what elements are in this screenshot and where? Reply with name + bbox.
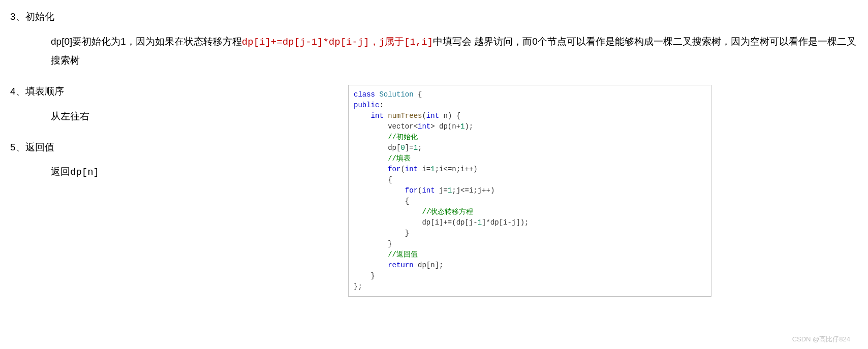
code-pad xyxy=(354,208,422,216)
code-text: dp[i]+=(dp[j- xyxy=(422,218,477,227)
section-3-paragraph: dp[0]要初始化为1，因为如果在状态转移方程dp[i]+=dp[j-1]*dp… xyxy=(51,33,863,70)
code-text: dp[ xyxy=(388,144,400,152)
para-text-formula: dp[i]+=dp[j-1]*dp[i-j]，j属于[1,i] xyxy=(242,37,433,48)
code-pad xyxy=(354,112,371,120)
code-text: > dp(n+ xyxy=(430,122,460,131)
code-colon: : xyxy=(379,101,383,109)
code-brace: { xyxy=(405,197,409,205)
code-brace: } xyxy=(388,240,392,248)
code-pad xyxy=(354,229,405,237)
section-3-heading: 3、初始化 xyxy=(10,10,863,23)
code-type: int xyxy=(426,112,439,120)
code-pad xyxy=(354,218,422,227)
code-brace: } xyxy=(405,229,409,237)
code-pad xyxy=(354,240,388,248)
watermark: CSDN @高比仔824 xyxy=(792,335,850,344)
code-text: vector< xyxy=(388,122,418,131)
code-text: }; xyxy=(354,282,362,291)
code-text: ]= xyxy=(405,144,414,152)
code-text: ; xyxy=(418,144,422,152)
code-text: n xyxy=(439,112,448,120)
code-pad xyxy=(354,186,405,195)
code-pad xyxy=(354,133,388,141)
code-text: ]*dp[i-j]); xyxy=(482,218,529,227)
code-type: int xyxy=(405,165,418,173)
code-text: j= xyxy=(435,186,448,195)
code-text: ) { xyxy=(448,112,460,120)
code-keyword: for xyxy=(388,165,400,173)
para-text-pre: dp[0]要初始化为1，因为如果在状态转移方程 xyxy=(51,36,242,47)
code-pad xyxy=(354,197,405,205)
code-comment: //状态转移方程 xyxy=(422,208,473,216)
code-keyword: class xyxy=(354,90,375,99)
code-text: dp[n]; xyxy=(414,261,444,269)
code-keyword: public xyxy=(354,101,379,109)
code-num: 1 xyxy=(430,165,435,173)
code-num: 1 xyxy=(478,218,482,227)
code-pad xyxy=(354,272,371,280)
code-pad xyxy=(354,250,388,259)
code-classname: Solution xyxy=(375,90,418,99)
code-num: 0 xyxy=(400,144,405,152)
code-text: ;i<=n;i++) xyxy=(435,165,478,173)
code-type: int xyxy=(422,186,435,195)
code-comment: //填表 xyxy=(388,154,411,163)
code-num: 1 xyxy=(414,144,418,152)
code-pad xyxy=(354,165,388,173)
code-comment: //初始化 xyxy=(388,133,418,141)
code-type: int xyxy=(418,122,430,131)
code-brace: { xyxy=(418,90,422,99)
code-text: ;j<=i;j++) xyxy=(452,186,494,195)
code-pad xyxy=(354,122,388,131)
code-comment: //返回值 xyxy=(388,250,418,259)
code-text: ( xyxy=(422,112,426,120)
code-text: i= xyxy=(418,165,430,173)
code-text: ( xyxy=(400,165,405,173)
code-pad xyxy=(354,154,388,163)
code-type: int xyxy=(371,112,384,120)
code-block: class Solution { public: int numTrees(in… xyxy=(348,85,711,297)
lower-content: 4、填表顺序 从左往右 5、返回值 返回dp[n] class Solution… xyxy=(10,85,863,181)
code-text: ); xyxy=(464,122,473,131)
code-pad xyxy=(354,144,388,152)
code-keyword: return xyxy=(388,261,413,269)
code-pad xyxy=(354,176,388,184)
document-body: 3、初始化 dp[0]要初始化为1，因为如果在状态转移方程dp[i]+=dp[j… xyxy=(10,10,863,181)
code-brace: { xyxy=(388,176,392,184)
code-pad xyxy=(354,261,388,269)
code-brace: } xyxy=(371,272,375,280)
code-fn: numTrees xyxy=(384,112,422,120)
code-keyword: for xyxy=(405,186,418,195)
